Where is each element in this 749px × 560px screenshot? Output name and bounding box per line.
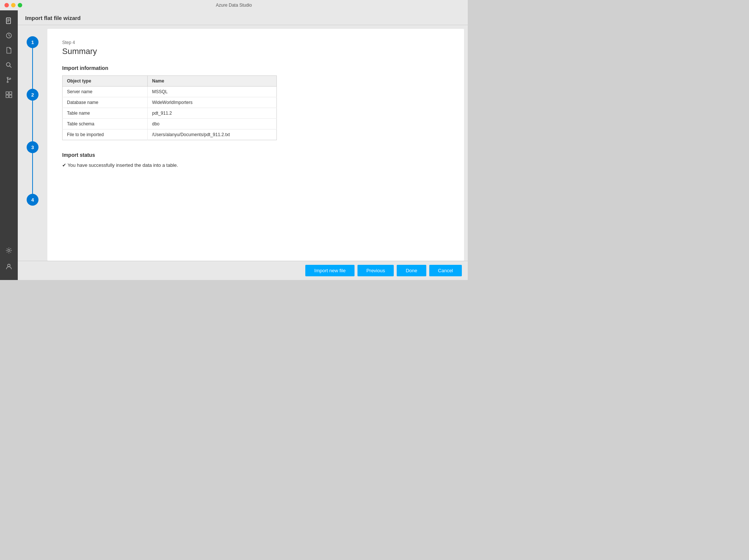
row-value-schema: dbo <box>148 119 277 129</box>
sidebar-icon-extensions[interactable] <box>2 88 16 101</box>
page-title: Import flat file wizard <box>25 15 81 21</box>
step-2: 2 <box>27 89 38 141</box>
svg-rect-3 <box>7 21 9 22</box>
main-area: Import flat file wizard 1 2 3 4 <box>18 10 468 280</box>
table-row: Database name WideWorldImporters <box>63 97 277 108</box>
row-label-table: Table name <box>63 108 148 119</box>
row-label-server: Server name <box>63 87 148 97</box>
row-value-table: pdt_911.2 <box>148 108 277 119</box>
row-label-database: Database name <box>63 97 148 108</box>
import-new-file-button[interactable]: Import new file <box>305 265 355 276</box>
row-value-database: WideWorldImporters <box>148 97 277 108</box>
maximize-button[interactable] <box>18 3 22 7</box>
sidebar-icon-files[interactable] <box>2 14 16 27</box>
row-label-file: File to be imported <box>63 129 148 140</box>
svg-point-15 <box>8 264 10 267</box>
sidebar-bottom <box>2 243 16 277</box>
svg-point-7 <box>7 77 8 78</box>
stepper-sidebar: 1 2 3 4 <box>18 25 47 261</box>
svg-rect-2 <box>7 20 10 21</box>
app-body: Import flat file wizard 1 2 3 4 <box>0 10 468 280</box>
import-status-title: Import status <box>62 152 449 158</box>
page-header: Import flat file wizard <box>18 10 468 25</box>
sidebar-icon-settings[interactable] <box>2 244 16 257</box>
titlebar: Azure Data Studio <box>0 0 468 10</box>
import-info-title: Import information <box>62 65 449 71</box>
step-4: 4 <box>27 194 38 206</box>
sidebar <box>0 10 18 280</box>
step-3: 3 <box>27 141 38 194</box>
col-header-object-type: Object type <box>63 76 148 87</box>
svg-rect-11 <box>9 92 12 94</box>
svg-point-9 <box>10 78 11 79</box>
step-4-circle: 4 <box>27 194 38 206</box>
svg-point-8 <box>7 81 8 82</box>
step-label: Step 4 <box>62 40 449 45</box>
table-row: Server name MSSQL <box>63 87 277 97</box>
wizard-content: Step 4 Summary Import information Object… <box>47 29 464 261</box>
table-row: File to be imported /Users/alanyu/Docume… <box>63 129 277 140</box>
close-button[interactable] <box>4 3 9 7</box>
table-row: Table schema dbo <box>63 119 277 129</box>
sidebar-icon-history[interactable] <box>2 29 16 42</box>
step-line-3 <box>32 153 33 194</box>
svg-rect-13 <box>9 95 12 98</box>
sidebar-icon-document[interactable] <box>2 44 16 57</box>
row-label-schema: Table schema <box>63 119 148 129</box>
svg-rect-12 <box>6 95 9 98</box>
row-value-server: MSSQL <box>148 87 277 97</box>
sidebar-icon-git[interactable] <box>2 73 16 87</box>
sidebar-icon-account[interactable] <box>2 260 16 273</box>
step-3-circle: 3 <box>27 141 38 153</box>
col-header-name: Name <box>148 76 277 87</box>
svg-point-14 <box>8 249 10 252</box>
svg-rect-10 <box>6 92 9 94</box>
done-button[interactable]: Done <box>397 265 426 276</box>
footer: Import new file Previous Done Cancel <box>18 261 468 280</box>
row-value-file: /Users/alanyu/Documents/pdt_911.2.txt <box>148 129 277 140</box>
minimize-button[interactable] <box>11 3 16 7</box>
step-line-2 <box>32 101 33 141</box>
step-1-circle: 1 <box>27 36 38 48</box>
sidebar-icon-search[interactable] <box>2 58 16 72</box>
cancel-button[interactable]: Cancel <box>429 265 462 276</box>
svg-rect-1 <box>7 19 10 20</box>
step-1: 1 <box>27 36 38 89</box>
svg-line-6 <box>10 66 11 68</box>
step-line-1 <box>32 48 33 89</box>
app-title: Azure Data Studio <box>216 3 252 8</box>
table-row: Table name pdt_911.2 <box>63 108 277 119</box>
section-title: Summary <box>62 47 449 56</box>
window-controls <box>4 3 22 7</box>
previous-button[interactable]: Previous <box>357 265 394 276</box>
step-2-circle: 2 <box>27 89 38 101</box>
svg-point-5 <box>6 63 10 66</box>
content-split: 1 2 3 4 Step 4 Summary Impo <box>18 25 468 261</box>
import-info-table: Object type Name Server name MSSQL Datab… <box>62 75 277 140</box>
import-status-message: ✔ You have successfully inserted the dat… <box>62 162 449 168</box>
